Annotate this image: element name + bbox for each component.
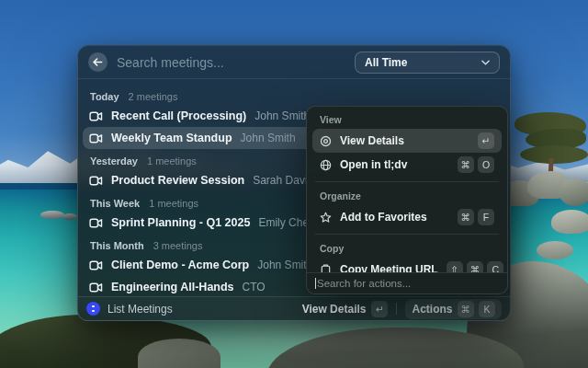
video-camera-icon: [89, 218, 103, 228]
menu-item-open-in-tldv[interactable]: Open in tl;dv ⌘ O: [312, 153, 502, 177]
tldv-logo-icon: [86, 302, 100, 316]
time-filter-value: All Time: [365, 56, 407, 69]
menu-item-view-details[interactable]: View Details ↵: [312, 129, 502, 153]
actions-search-placeholder: Search for actions...: [317, 278, 411, 289]
o-key-badge: O: [478, 156, 494, 173]
video-camera-icon: [89, 260, 103, 270]
arrow-left-icon: [93, 57, 103, 67]
search-input[interactable]: [117, 55, 345, 70]
video-camera-icon: [89, 282, 103, 293]
group-count: 2 meetings: [129, 91, 178, 102]
menu-item-copy-meeting-url[interactable]: Copy Meeting URL ⇧ ⌘ C: [312, 258, 502, 272]
k-key-badge: K: [479, 301, 495, 317]
meeting-participant: John Smith: [254, 109, 310, 122]
clipboard-icon: [320, 264, 332, 273]
video-camera-icon: [89, 111, 103, 121]
star-icon: [320, 212, 332, 224]
globe-icon: [320, 159, 332, 171]
f-key-badge: F: [478, 209, 494, 225]
group-count: 1 meetings: [149, 198, 198, 209]
group-count: 3 meetings: [153, 240, 203, 251]
meeting-participant: CTO: [243, 281, 266, 293]
wallpaper-rock: [40, 211, 64, 219]
menu-section-view: View: [312, 110, 502, 129]
divider: [315, 234, 499, 235]
cmd-key-badge: ⌘: [458, 301, 475, 317]
return-key-badge: ↵: [371, 301, 388, 317]
cmd-key-badge: ⌘: [467, 261, 484, 272]
menu-item-add-to-favorites[interactable]: Add to Favorites ⌘ F: [312, 205, 502, 229]
wallpaper-rock: [138, 339, 220, 368]
video-camera-icon: [89, 176, 103, 186]
meeting-participant: John Smith: [257, 259, 312, 271]
divider: [396, 303, 397, 315]
c-key-badge: C: [487, 261, 503, 272]
menu-section-organize: Organize: [312, 187, 502, 205]
status-bar: List Meetings View Details ↵ Actions ⌘ K: [78, 296, 510, 320]
search-bar: All Time: [78, 46, 510, 79]
group-header-today: Today 2 meetings: [83, 88, 505, 105]
cmd-key-badge: ⌘: [458, 156, 475, 173]
actions-button[interactable]: Actions ⌘ K: [405, 299, 502, 319]
time-filter-dropdown[interactable]: All Time: [355, 52, 500, 74]
cmd-key-badge: ⌘: [458, 209, 475, 225]
meeting-title: Engineering All-Hands: [111, 281, 234, 293]
meeting-participant: Sarah Davis: [253, 174, 312, 187]
divider: [315, 181, 499, 182]
wallpaper-rock: [537, 241, 573, 259]
app-name: List Meetings: [107, 303, 173, 316]
back-button[interactable]: [88, 52, 107, 72]
wallpaper-rock: [551, 210, 588, 234]
chevron-down-icon: [481, 60, 490, 65]
actions-menu-list: View View Details ↵ Open in tl;dv ⌘ O Or…: [307, 107, 507, 272]
view-details-icon: [320, 135, 332, 147]
video-camera-icon: [89, 133, 103, 144]
meeting-title: Weekly Team Standup: [111, 132, 232, 144]
text-cursor: [315, 278, 316, 289]
shift-key-badge: ⇧: [447, 261, 463, 272]
actions-search-input[interactable]: Search for actions...: [307, 272, 507, 293]
meeting-title: Sprint Planning - Q1 2025: [111, 216, 250, 229]
desktop: All Time Today 2 meetings Recent Call (P…: [0, 0, 588, 368]
meeting-title: Recent Call (Processing): [111, 109, 246, 122]
menu-section-copy: Copy: [312, 239, 502, 258]
wallpaper-rock: [62, 213, 77, 220]
primary-action-label[interactable]: View Details: [302, 303, 367, 316]
meeting-title: Client Demo - Acme Corp: [111, 259, 249, 271]
wallpaper-pine-tree: [520, 145, 588, 164]
group-count: 1 meetings: [147, 155, 197, 167]
wallpaper-boulder-pile: [502, 167, 588, 210]
return-key-badge: ↵: [478, 132, 494, 149]
meeting-title: Product Review Session: [111, 174, 244, 187]
actions-menu: View View Details ↵ Open in tl;dv ⌘ O Or…: [306, 106, 508, 294]
meeting-participant: John Smith: [241, 132, 296, 144]
